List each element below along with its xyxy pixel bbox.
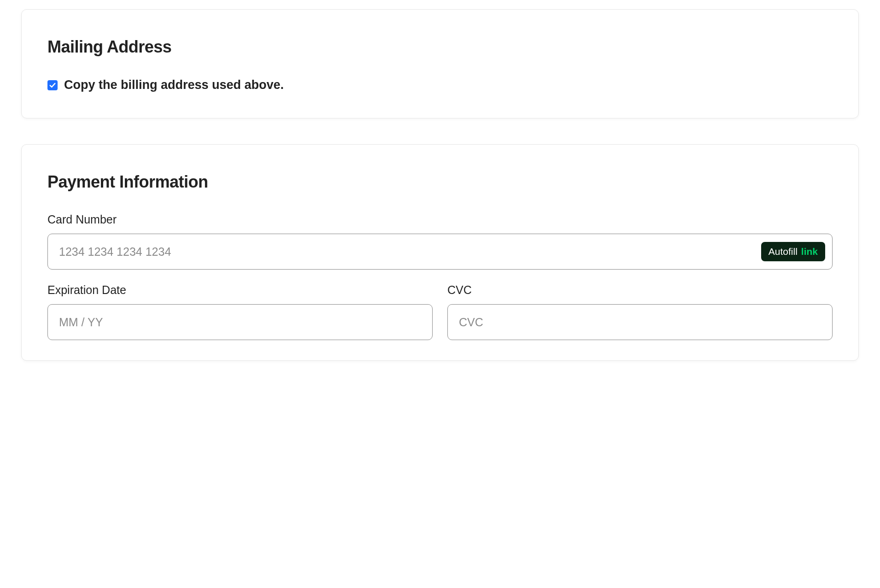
payment-information-card: Payment Information Card Number Autofill… bbox=[21, 144, 859, 361]
expiration-field-group: Expiration Date bbox=[47, 283, 433, 340]
expiration-input[interactable] bbox=[47, 304, 433, 340]
autofill-text: Autofill bbox=[769, 246, 798, 257]
checkmark-icon bbox=[49, 82, 56, 88]
mailing-address-card: Mailing Address Copy the billing address… bbox=[21, 9, 859, 118]
cvc-input[interactable] bbox=[447, 304, 833, 340]
autofill-link-button[interactable]: Autofill link bbox=[761, 242, 825, 261]
payment-information-title: Payment Information bbox=[47, 172, 833, 192]
copy-billing-checkbox[interactable] bbox=[47, 80, 58, 90]
mailing-address-title: Mailing Address bbox=[47, 37, 833, 57]
copy-billing-checkbox-row[interactable]: Copy the billing address used above. bbox=[47, 78, 833, 92]
copy-billing-label[interactable]: Copy the billing address used above. bbox=[64, 78, 284, 92]
card-number-input-wrapper: Autofill link bbox=[47, 234, 833, 270]
card-number-field-group: Card Number Autofill link bbox=[47, 213, 833, 270]
cvc-label: CVC bbox=[447, 283, 833, 297]
card-number-input[interactable] bbox=[47, 234, 833, 270]
cvc-field-group: CVC bbox=[447, 283, 833, 340]
card-number-label: Card Number bbox=[47, 213, 833, 226]
expiration-label: Expiration Date bbox=[47, 283, 433, 297]
autofill-link-text: link bbox=[801, 246, 818, 257]
